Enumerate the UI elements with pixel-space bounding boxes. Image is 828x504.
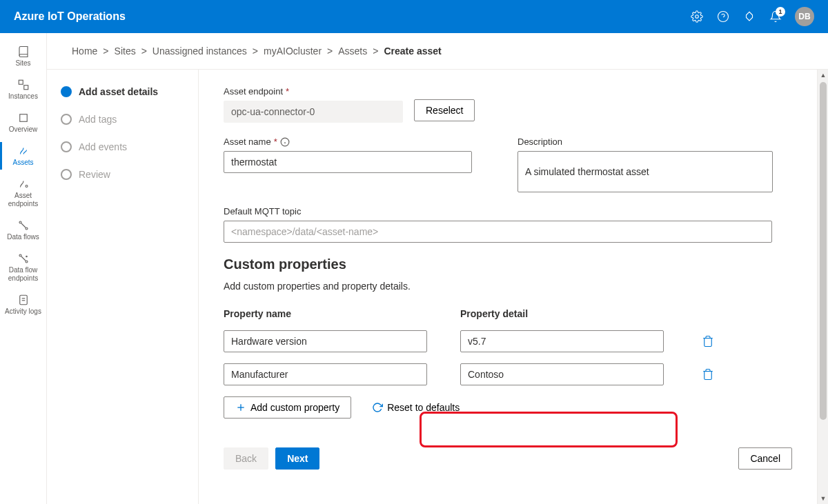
reset-defaults-button[interactable]: Reset to defaults [361, 396, 471, 419]
add-custom-property-button[interactable]: Add custom property [224, 396, 351, 419]
sidenav-overview[interactable]: Overview [0, 106, 46, 139]
property-detail-input[interactable] [460, 330, 664, 352]
announcements-icon[interactable] [742, 10, 756, 23]
breadcrumb: Home>Sites>Unassigned instances>myAIOclu… [47, 33, 828, 70]
sidenav-instances[interactable]: Instances [0, 73, 46, 106]
property-name-input[interactable] [224, 330, 427, 352]
svg-point-7 [19, 221, 21, 223]
next-button[interactable]: Next [275, 447, 319, 470]
app-title: Azure IoT Operations [14, 10, 126, 23]
mqtt-topic-input[interactable] [224, 221, 772, 243]
breadcrumb-home[interactable]: Home [72, 46, 97, 57]
side-navigation: Sites Instances Overview Assets Asset en… [0, 33, 47, 504]
property-row [224, 363, 792, 385]
sidenav-data-flows[interactable]: Data flows [0, 214, 46, 247]
svg-point-11 [26, 256, 27, 257]
step-review[interactable]: Review [61, 169, 184, 180]
description-input[interactable] [518, 151, 773, 192]
cancel-button[interactable]: Cancel [738, 447, 792, 470]
breadcrumb-unassigned[interactable]: Unassigned instances [152, 46, 247, 57]
svg-rect-5 [19, 114, 27, 122]
notifications-icon[interactable]: 1 [769, 10, 782, 23]
step-events[interactable]: Add events [61, 141, 184, 152]
header-actions: 1 DB [690, 7, 814, 26]
sidenav-assets[interactable]: Assets [0, 139, 46, 172]
refresh-icon [372, 402, 383, 413]
info-icon[interactable] [280, 137, 290, 147]
svg-point-0 [696, 15, 699, 19]
sidenav-asset-endpoints[interactable]: Asset endpoints [0, 172, 46, 214]
name-label: Asset name * [224, 137, 472, 147]
sidenav-activity-logs[interactable]: Activity logs [0, 288, 46, 321]
svg-point-9 [19, 254, 21, 256]
breadcrumb-assets[interactable]: Assets [338, 46, 367, 57]
property-name-input[interactable] [224, 363, 427, 385]
prop-name-header: Property name [224, 308, 427, 319]
sidenav-sites[interactable]: Sites [0, 40, 46, 73]
endpoint-input [224, 101, 403, 123]
scrollbar-thumb[interactable] [820, 82, 827, 420]
avatar[interactable]: DB [795, 7, 814, 26]
scrollbar[interactable]: ▲ ▼ [817, 70, 828, 504]
svg-rect-3 [19, 80, 23, 84]
prop-detail-header: Property detail [460, 308, 664, 319]
svg-point-1 [718, 12, 729, 22]
back-button: Back [224, 447, 268, 470]
settings-icon[interactable] [690, 10, 704, 23]
wizard-steps: Add asset details Add tags Add events Re… [47, 70, 199, 504]
desc-label: Description [518, 137, 773, 147]
scroll-down-icon[interactable]: ▼ [818, 493, 828, 504]
step-circle-icon [61, 114, 72, 125]
svg-point-6 [26, 185, 28, 188]
property-row [224, 330, 792, 352]
endpoint-label: Asset endpoint * [224, 86, 403, 97]
breadcrumb-sites[interactable]: Sites [115, 46, 136, 57]
notification-badge: 1 [776, 7, 785, 17]
top-header: Azure IoT Operations 1 DB [0, 0, 828, 33]
custom-props-desc: Add custom properties and property detai… [224, 281, 792, 292]
help-icon[interactable] [716, 10, 730, 23]
sidenav-data-flow-endpoints[interactable]: Data flow endpoints [0, 247, 46, 288]
step-details[interactable]: Add asset details [61, 86, 184, 97]
form-footer: Back Next Cancel [199, 435, 817, 482]
delete-property-button[interactable] [697, 363, 719, 385]
step-tags[interactable]: Add tags [61, 114, 184, 125]
asset-name-input[interactable] [224, 151, 472, 173]
trash-icon [702, 368, 714, 381]
delete-property-button[interactable] [697, 330, 719, 352]
reselect-button[interactable]: Reselect [414, 99, 475, 121]
step-circle-icon [61, 169, 72, 180]
step-circle-icon [61, 86, 72, 97]
form-area: Asset endpoint * Reselect Asset name * [199, 70, 817, 435]
svg-point-10 [26, 261, 28, 263]
plus-icon [235, 402, 246, 413]
mqtt-label: Default MQTT topic [224, 206, 792, 216]
breadcrumb-current: Create asset [384, 46, 441, 57]
scroll-up-icon[interactable]: ▲ [818, 70, 828, 81]
trash-icon [702, 335, 714, 347]
svg-rect-12 [19, 295, 27, 305]
custom-props-title: Custom properties [224, 256, 792, 272]
step-circle-icon [61, 141, 72, 152]
svg-rect-4 [23, 85, 28, 90]
property-detail-input[interactable] [460, 363, 664, 385]
svg-point-8 [26, 228, 28, 230]
breadcrumb-cluster[interactable]: myAIOcluster [264, 46, 322, 57]
